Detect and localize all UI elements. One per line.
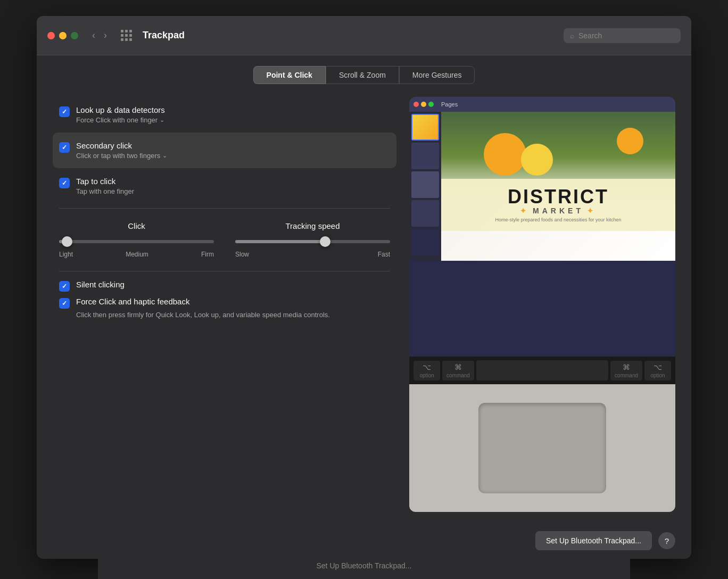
tracking-slider-title: Tracking speed (235, 221, 390, 230)
kb-option-left: ⌥ option (413, 361, 440, 381)
preview-panel: Pages (409, 97, 675, 512)
close-button[interactable] (47, 32, 55, 39)
tap-to-click-checkbox[interactable]: ✓ (59, 178, 70, 188)
lookup-label: Look up & data detectors (76, 105, 165, 114)
secondary-click-checkbox[interactable]: ✓ (59, 142, 70, 153)
preview-sidebar (409, 112, 441, 261)
secondary-click-label: Secondary click (76, 141, 167, 150)
force-click-label: Force Click and haptic feedback (76, 297, 189, 306)
fruit-2 (521, 144, 553, 176)
content-area: Point & Click Scroll & Zoom More Gesture… (37, 55, 691, 523)
click-slider-track[interactable] (59, 240, 214, 243)
settings-left: ✓ Look up & data detectors Force Click w… (53, 97, 396, 512)
lookup-sub[interactable]: Force Click with one finger ⌄ (76, 116, 165, 124)
tracking-slider-group: Tracking speed Slow Fast (235, 221, 390, 258)
search-input[interactable] (578, 31, 674, 40)
help-button[interactable]: ? (658, 532, 675, 549)
divider-1 (59, 208, 390, 209)
force-click-row: ✓ Force Click and haptic feedback Click … (59, 297, 390, 319)
lookup-checkbox[interactable]: ✓ (59, 106, 70, 117)
tab-scroll-zoom[interactable]: Scroll & Zoom (326, 66, 399, 84)
fruit-1 (484, 133, 526, 176)
chevron-down-icon: ⌄ (162, 152, 167, 159)
district-title: DISTRICT (450, 187, 667, 206)
grid-icon[interactable] (121, 30, 132, 41)
trackpad-visual (478, 403, 606, 493)
kb-command-right: ⌘ command (610, 361, 642, 381)
preview-main: DISTRICT ✦ MARKET ✦ Home-style prepared … (441, 112, 675, 261)
bottom-checkboxes: ✓ Silent clicking ✓ Force Click and hapt… (53, 276, 396, 323)
district-background: DISTRICT ✦ MARKET ✦ Home-style prepared … (441, 112, 675, 261)
district-subtitle: ✦ MARKET ✦ (450, 206, 667, 215)
silent-clicking-label: Silent clicking (76, 280, 125, 289)
sidebar-thumb-2 (411, 143, 439, 169)
district-tagline: Home-style prepared foods and necessitie… (450, 217, 667, 222)
divider-2 (59, 271, 390, 271)
search-bar[interactable]: ⌕ (564, 28, 681, 43)
keyboard-bar: ⌥ option ⌘ command ⌘ command (409, 357, 675, 384)
maximize-button[interactable] (71, 32, 78, 39)
click-slider-group: Click Light Medium Firm (59, 221, 214, 258)
fruit-3 (617, 128, 643, 154)
tracking-slider-labels: Slow Fast (235, 251, 390, 258)
tracking-slider-thumb[interactable] (320, 236, 330, 247)
sliders-section: Click Light Medium Firm (53, 213, 396, 267)
preview-app-bar: Pages (409, 97, 675, 112)
sidebar-thumb-5 (411, 229, 439, 255)
sidebar-thumb-3 (411, 171, 439, 198)
setup-bluetooth-button[interactable]: Set Up Bluetooth Trackpad... (535, 531, 652, 550)
sidebar-thumb-1 (411, 114, 439, 140)
preview-minimize-dot (421, 102, 426, 107)
lookup-setting: ✓ Look up & data detectors Force Click w… (53, 97, 396, 133)
titlebar: ‹ › Trackpad ⌕ (37, 16, 691, 55)
tracking-slider-track[interactable] (235, 240, 390, 243)
click-slider-title: Click (59, 221, 214, 230)
tap-to-click-label: Tap to click (76, 177, 134, 186)
tabs: Point & Click Scroll & Zoom More Gesture… (53, 66, 675, 84)
click-slider-labels: Light Medium Firm (59, 251, 214, 258)
search-icon: ⌕ (570, 31, 574, 40)
sidebar-thumb-4 (411, 200, 439, 227)
kb-spacebar (476, 360, 608, 381)
trackpad-area (409, 384, 675, 512)
silent-clicking-row: ✓ Silent clicking (59, 280, 390, 292)
preview-maximize-dot (428, 102, 434, 107)
force-click-checkbox[interactable]: ✓ (59, 298, 70, 309)
main-panel: ✓ Look up & data detectors Force Click w… (53, 97, 675, 512)
kb-command-left: ⌘ command (442, 361, 474, 381)
preview-close-dot (413, 102, 419, 107)
partial-bottom-window: Set Up Bluetooth Trackpad... (98, 552, 630, 579)
tap-to-click-sub: Tap with one finger (76, 187, 134, 195)
preview-screen: Pages (409, 97, 675, 357)
secondary-click-sub[interactable]: Click or tap with two fingers ⌄ (76, 152, 167, 160)
district-text-area: DISTRICT ✦ MARKET ✦ Home-style prepared … (441, 179, 675, 231)
tap-to-click-setting: ✓ Tap to click Tap with one finger (53, 168, 396, 204)
nav-buttons: ‹ › (89, 28, 110, 43)
tracking-slider-fill (235, 240, 325, 243)
back-button[interactable]: ‹ (89, 28, 98, 43)
preview-app-name: Pages (441, 101, 458, 107)
forward-button[interactable]: › (101, 28, 110, 43)
tab-more-gestures[interactable]: More Gestures (399, 66, 475, 84)
minimize-button[interactable] (59, 32, 67, 39)
chevron-down-icon: ⌄ (160, 117, 164, 123)
preview-content: DISTRICT ✦ MARKET ✦ Home-style prepared … (409, 112, 675, 261)
traffic-lights (47, 32, 78, 39)
silent-clicking-checkbox[interactable]: ✓ (59, 281, 70, 292)
force-click-desc: Click then press firmly for Quick Look, … (76, 311, 390, 319)
secondary-click-setting: ✓ Secondary click Click or tap with two … (53, 133, 396, 168)
window-title: Trackpad (143, 30, 557, 41)
click-slider-thumb[interactable] (62, 236, 72, 247)
kb-option-right: ⌥ option (644, 361, 671, 381)
tab-point-click[interactable]: Point & Click (253, 66, 326, 84)
